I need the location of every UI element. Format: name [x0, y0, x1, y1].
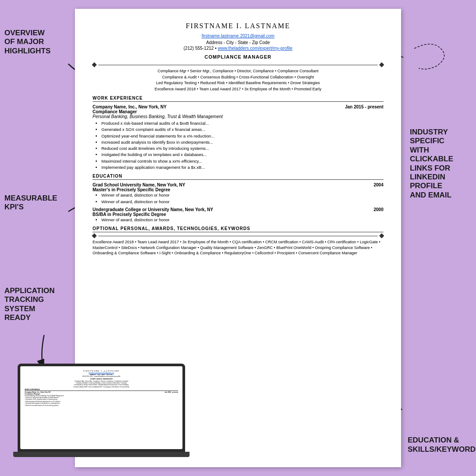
diamond-divider-top: [93, 63, 383, 67]
laptop-screen-inner: FIRSTNAME I. LASTNAME firstname.lastname…: [20, 366, 182, 449]
edu2-school: Undergraduate College or University Name…: [93, 207, 213, 212]
work-experience-header: WORK EXPERIENCE: [93, 96, 383, 102]
bullet-item: Instigated the building of xx templates …: [101, 152, 383, 157]
edu1-bullets: Winner of award, distinction or honor Wi…: [93, 192, 383, 205]
resume-phone-url: (212) 555-1212 • www.theladders.com/expe…: [93, 46, 383, 51]
edu1-header-row: Grad School University Name, New York, N…: [93, 182, 383, 187]
laptop-dates: Jan 2015 - present: [164, 391, 178, 393]
job1-header-row: Company Name, Inc., New York, NY Jan 201…: [93, 104, 383, 109]
job1-dept: Personal Banking, Business Banking, Trus…: [93, 114, 383, 119]
resume-name: FIRSTNAME I. LASTNAME: [93, 22, 383, 30]
resume-address: Address - City - State - Zip Code: [93, 40, 383, 45]
keywords-line4: Excellence Award 2018 • Team Lead Award …: [93, 86, 383, 93]
laptop-job-title: COMPLIANCE MANAGER: [25, 378, 178, 380]
edu2-bullets: Winner of award, distinction or honor: [93, 217, 383, 223]
job-entry-1: Company Name, Inc., New York, NY Jan 201…: [93, 104, 383, 170]
edu1-year: 2004: [374, 182, 383, 187]
edu2-year: 2000: [374, 207, 383, 212]
laptop-mockup: FIRSTNAME I. LASTNAME firstname.lastname…: [18, 364, 185, 465]
laptop-screen-outer: FIRSTNAME I. LASTNAME firstname.lastname…: [18, 364, 185, 452]
diamond-divider-bottom: [93, 234, 383, 238]
edu-entry-2: Undergraduate College or University Name…: [93, 207, 383, 223]
laptop-base: [13, 452, 190, 457]
diamond-left-2: [92, 234, 97, 238]
edu2-header-row: Undergraduate College or University Name…: [93, 207, 383, 212]
job1-bullets: Produced x risk-based internal audits of…: [93, 120, 383, 170]
edu1-school: Grad School University Name, New York, N…: [93, 182, 185, 187]
resume-email-link[interactable]: firstname.lastname.2021@gmail.com: [201, 33, 274, 38]
bullet-item: Produced x risk-based internal audits of…: [101, 120, 383, 126]
education-header: EDUCATION: [93, 174, 383, 180]
bullet-item: Implemented pay application management f…: [101, 164, 383, 170]
laptop-work-header: WORK EXPERIENCE: [25, 389, 178, 391]
annotation-measurable: MEASURABLEKPI'S: [4, 194, 62, 212]
keywords-line1: Compliance Mgr • Senior Mgr., Compliance…: [93, 68, 383, 74]
bullet-item: Winner of award, distinction or honor: [101, 199, 383, 205]
job1-company: Company Name, Inc., New York, NY: [93, 104, 167, 109]
optional-keywords-text: Excellence Award 2018 • Team Lead Award …: [93, 239, 383, 256]
resume-title-section: COMPLIANCE MANAGER: [93, 54, 383, 60]
diamond-hr: [98, 65, 378, 65]
annotation-industry: INDUSTRYSPECIFICWITHCLICKABLELINKS FORLI…: [410, 128, 474, 200]
keywords-block: Compliance Mgr • Senior Mgr., Compliance…: [93, 68, 383, 92]
resume-phone: (212) 555-1212: [184, 46, 214, 51]
diamond-right-2: [379, 234, 384, 238]
bullet-item: Reduced cost audit timelines x% by intro…: [101, 145, 383, 151]
diamond-hr-2: [98, 236, 378, 236]
diamond-right: [379, 62, 384, 67]
diamond-left: [92, 62, 97, 67]
keywords-line3: Led Regulatory Testing • Reduced Risk • …: [93, 80, 383, 86]
optional-section-title: OPTIONAL PERSONAL, AWARDS, TECHNOLOGIES,…: [93, 226, 383, 232]
annotation-education: EDUCATION &SKILLS/KEYWORDS: [408, 436, 474, 454]
laptop-bullet-5: • Reduced cost audit timelines x% by int…: [25, 405, 178, 407]
bullet-item: Increased audit analysis to identify $xx…: [101, 139, 383, 145]
bullet-item: Winner of award, distinction or honor: [101, 192, 383, 198]
resume-url-link[interactable]: www.theladders.com/expert/my-profile: [218, 46, 293, 51]
keywords-line2: Compliance & Audit • Consensus Building …: [93, 74, 383, 81]
job-title: COMPLIANCE MANAGER: [93, 54, 383, 60]
bullet-item: Maximized internal controls to show a xx…: [101, 158, 383, 164]
laptop-keywords: Compliance Mgr • Senior Mgr., Compliance…: [25, 380, 178, 388]
bullet-item: Optimized year-end financial statements …: [101, 133, 383, 139]
edu1-degree: Master's in Precisely Specific Degree: [93, 187, 383, 192]
job1-dates: Jan 2015 - present: [345, 104, 383, 109]
bullet-item: Generated x SOX complaint audits of x fi…: [101, 126, 383, 132]
annotation-overview: OVERVIEWOF MAJORHIGHLIGHTS: [4, 29, 57, 56]
right-annotations-panel: INDUSTRYSPECIFICWITHCLICKABLELINKS FORLI…: [401, 0, 476, 476]
laptop-phone: (212) 555-1212 • www.theladders.com/expe…: [25, 376, 178, 377]
edu-entry-1: Grad School University Name, New York, N…: [93, 182, 383, 205]
bullet-item: Winner of award, distinction or honor: [101, 217, 383, 223]
edu2-degree: BS/BA in Precisely Specific Degree: [93, 212, 383, 217]
resume-header: FIRSTNAME I. LASTNAME firstname.lastname…: [93, 22, 383, 51]
annotation-ats: APPLICATIONTRACKINGSYSTEMREADY: [4, 286, 66, 323]
job1-title: Compliance Manager: [93, 109, 383, 114]
